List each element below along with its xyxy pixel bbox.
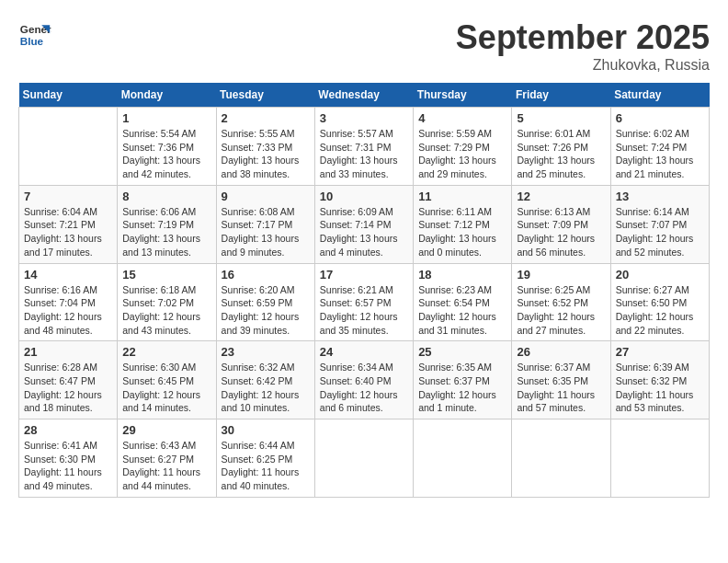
calendar-cell: 15Sunrise: 6:18 AM Sunset: 7:02 PM Dayli… <box>118 263 216 341</box>
day-number: 19 <box>517 268 605 282</box>
calendar-cell: 20Sunrise: 6:27 AM Sunset: 6:50 PM Dayli… <box>610 263 709 341</box>
logo-icon: General Blue <box>18 18 51 52</box>
month-title: September 2025 <box>456 18 710 57</box>
day-info: Sunrise: 6:16 AM Sunset: 7:04 PM Dayligh… <box>24 283 112 338</box>
calendar-cell: 14Sunrise: 6:16 AM Sunset: 7:04 PM Dayli… <box>19 263 118 341</box>
day-info: Sunrise: 5:59 AM Sunset: 7:29 PM Dayligh… <box>418 127 506 181</box>
day-info: Sunrise: 6:21 AM Sunset: 6:57 PM Dayligh… <box>320 283 408 338</box>
calendar-cell: 18Sunrise: 6:23 AM Sunset: 6:54 PM Dayli… <box>414 263 512 341</box>
day-number: 6 <box>616 111 704 125</box>
day-number: 20 <box>616 268 704 282</box>
calendar-cell: 27Sunrise: 6:39 AM Sunset: 6:32 PM Dayli… <box>610 341 709 419</box>
day-info: Sunrise: 5:57 AM Sunset: 7:31 PM Dayligh… <box>320 127 408 181</box>
day-number: 25 <box>418 345 506 359</box>
calendar-table: SundayMondayTuesdayWednesdayThursdayFrid… <box>18 83 710 498</box>
calendar-week-4: 21Sunrise: 6:28 AM Sunset: 6:47 PM Dayli… <box>19 341 710 419</box>
calendar-cell: 5Sunrise: 6:01 AM Sunset: 7:26 PM Daylig… <box>512 108 610 186</box>
day-number: 24 <box>320 345 408 359</box>
calendar-cell: 21Sunrise: 6:28 AM Sunset: 6:47 PM Dayli… <box>19 341 118 419</box>
day-number: 7 <box>24 190 112 203</box>
calendar-cell <box>512 419 610 498</box>
day-info: Sunrise: 6:41 AM Sunset: 6:30 PM Dayligh… <box>24 439 112 493</box>
calendar-week-1: 1Sunrise: 5:54 AM Sunset: 7:36 PM Daylig… <box>19 108 710 186</box>
day-info: Sunrise: 6:11 AM Sunset: 7:12 PM Dayligh… <box>418 205 506 259</box>
calendar-cell: 13Sunrise: 6:14 AM Sunset: 7:07 PM Dayli… <box>610 185 709 263</box>
day-info: Sunrise: 6:01 AM Sunset: 7:26 PM Dayligh… <box>517 127 605 181</box>
day-number: 30 <box>222 423 310 437</box>
calendar-cell: 4Sunrise: 5:59 AM Sunset: 7:29 PM Daylig… <box>414 108 512 186</box>
calendar-week-2: 7Sunrise: 6:04 AM Sunset: 7:21 PM Daylig… <box>19 185 710 263</box>
calendar-cell: 22Sunrise: 6:30 AM Sunset: 6:45 PM Dayli… <box>118 341 216 419</box>
weekday-friday: Friday <box>512 83 610 108</box>
day-number: 17 <box>320 268 408 282</box>
day-number: 13 <box>616 190 704 203</box>
day-info: Sunrise: 6:28 AM Sunset: 6:47 PM Dayligh… <box>24 361 112 415</box>
day-info: Sunrise: 6:44 AM Sunset: 6:25 PM Dayligh… <box>222 439 310 493</box>
day-info: Sunrise: 6:18 AM Sunset: 7:02 PM Dayligh… <box>122 283 210 338</box>
calendar-cell: 3Sunrise: 5:57 AM Sunset: 7:31 PM Daylig… <box>314 108 413 186</box>
weekday-header-row: SundayMondayTuesdayWednesdayThursdayFrid… <box>19 83 710 108</box>
calendar-cell: 29Sunrise: 6:43 AM Sunset: 6:27 PM Dayli… <box>118 419 216 498</box>
calendar-cell: 30Sunrise: 6:44 AM Sunset: 6:25 PM Dayli… <box>216 419 314 498</box>
logo: General Blue <box>18 18 51 52</box>
day-number: 11 <box>418 190 506 203</box>
day-number: 28 <box>24 423 112 437</box>
day-number: 12 <box>517 190 605 203</box>
day-info: Sunrise: 6:37 AM Sunset: 6:35 PM Dayligh… <box>517 361 605 415</box>
day-number: 18 <box>418 268 506 282</box>
day-info: Sunrise: 6:39 AM Sunset: 6:32 PM Dayligh… <box>616 361 704 415</box>
day-info: Sunrise: 6:09 AM Sunset: 7:14 PM Dayligh… <box>320 205 408 259</box>
day-info: Sunrise: 5:55 AM Sunset: 7:33 PM Dayligh… <box>222 127 310 181</box>
calendar-cell: 23Sunrise: 6:32 AM Sunset: 6:42 PM Dayli… <box>216 341 314 419</box>
calendar-cell: 1Sunrise: 5:54 AM Sunset: 7:36 PM Daylig… <box>118 108 216 186</box>
svg-text:Blue: Blue <box>20 35 44 47</box>
day-info: Sunrise: 6:27 AM Sunset: 6:50 PM Dayligh… <box>616 283 704 338</box>
calendar-cell: 10Sunrise: 6:09 AM Sunset: 7:14 PM Dayli… <box>314 185 413 263</box>
day-number: 15 <box>122 268 210 282</box>
calendar-cell <box>610 419 709 498</box>
calendar-cell: 28Sunrise: 6:41 AM Sunset: 6:30 PM Dayli… <box>19 419 118 498</box>
calendar-cell: 2Sunrise: 5:55 AM Sunset: 7:33 PM Daylig… <box>216 108 314 186</box>
day-number: 9 <box>222 190 310 203</box>
calendar-cell: 6Sunrise: 6:02 AM Sunset: 7:24 PM Daylig… <box>610 108 709 186</box>
day-info: Sunrise: 6:08 AM Sunset: 7:17 PM Dayligh… <box>222 205 310 259</box>
day-info: Sunrise: 6:43 AM Sunset: 6:27 PM Dayligh… <box>122 439 210 493</box>
day-info: Sunrise: 6:35 AM Sunset: 6:37 PM Dayligh… <box>418 361 506 415</box>
day-number: 4 <box>418 111 506 125</box>
calendar-cell: 19Sunrise: 6:25 AM Sunset: 6:52 PM Dayli… <box>512 263 610 341</box>
calendar-cell <box>314 419 413 498</box>
day-info: Sunrise: 6:25 AM Sunset: 6:52 PM Dayligh… <box>517 283 605 338</box>
day-number: 22 <box>122 345 210 359</box>
calendar-cell: 17Sunrise: 6:21 AM Sunset: 6:57 PM Dayli… <box>314 263 413 341</box>
calendar-cell <box>19 108 118 186</box>
calendar-cell: 25Sunrise: 6:35 AM Sunset: 6:37 PM Dayli… <box>414 341 512 419</box>
page-header: General Blue September 2025 Zhukovka, Ru… <box>18 18 710 74</box>
day-number: 26 <box>517 345 605 359</box>
calendar-week-5: 28Sunrise: 6:41 AM Sunset: 6:30 PM Dayli… <box>19 419 710 498</box>
weekday-wednesday: Wednesday <box>314 83 413 108</box>
calendar-week-3: 14Sunrise: 6:16 AM Sunset: 7:04 PM Dayli… <box>19 263 710 341</box>
calendar-cell: 8Sunrise: 6:06 AM Sunset: 7:19 PM Daylig… <box>118 185 216 263</box>
day-info: Sunrise: 6:30 AM Sunset: 6:45 PM Dayligh… <box>122 361 210 415</box>
calendar-cell: 24Sunrise: 6:34 AM Sunset: 6:40 PM Dayli… <box>314 341 413 419</box>
day-number: 21 <box>24 345 112 359</box>
day-info: Sunrise: 6:20 AM Sunset: 6:59 PM Dayligh… <box>222 283 310 338</box>
calendar-cell: 7Sunrise: 6:04 AM Sunset: 7:21 PM Daylig… <box>19 185 118 263</box>
calendar-cell: 26Sunrise: 6:37 AM Sunset: 6:35 PM Dayli… <box>512 341 610 419</box>
day-info: Sunrise: 6:32 AM Sunset: 6:42 PM Dayligh… <box>222 361 310 415</box>
calendar-cell <box>414 419 512 498</box>
weekday-sunday: Sunday <box>19 83 118 108</box>
weekday-saturday: Saturday <box>610 83 709 108</box>
day-number: 29 <box>122 423 210 437</box>
day-number: 23 <box>222 345 310 359</box>
day-info: Sunrise: 6:13 AM Sunset: 7:09 PM Dayligh… <box>517 205 605 259</box>
calendar-body: 1Sunrise: 5:54 AM Sunset: 7:36 PM Daylig… <box>19 108 710 498</box>
day-number: 3 <box>320 111 408 125</box>
day-info: Sunrise: 6:14 AM Sunset: 7:07 PM Dayligh… <box>616 205 704 259</box>
location-subtitle: Zhukovka, Russia <box>456 57 710 74</box>
day-info: Sunrise: 6:06 AM Sunset: 7:19 PM Dayligh… <box>122 205 210 259</box>
calendar-cell: 16Sunrise: 6:20 AM Sunset: 6:59 PM Dayli… <box>216 263 314 341</box>
day-number: 5 <box>517 111 605 125</box>
day-number: 1 <box>122 111 210 125</box>
day-info: Sunrise: 6:23 AM Sunset: 6:54 PM Dayligh… <box>418 283 506 338</box>
